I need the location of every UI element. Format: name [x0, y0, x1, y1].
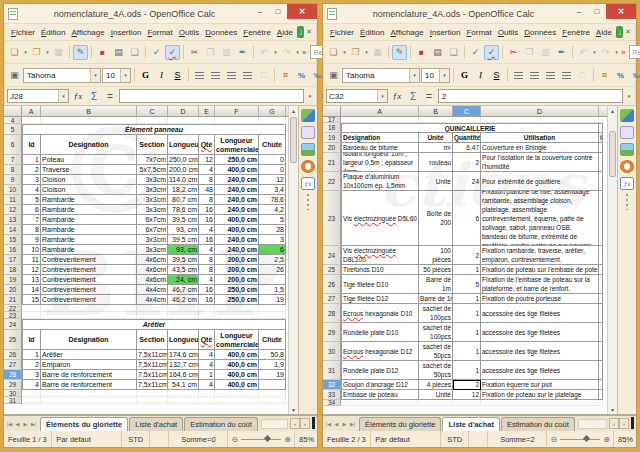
cell[interactable]: 250,0 cm: [215, 155, 259, 165]
functions-icon[interactable]: [301, 177, 315, 190]
cell[interactable]: sachet de 50pcs: [419, 342, 453, 361]
cell[interactable]: [599, 143, 603, 153]
zoom-in-icon[interactable]: ⊕: [284, 435, 291, 444]
cell[interactable]: 1: [453, 265, 481, 275]
cell[interactable]: 7,5x11cm: [137, 370, 168, 380]
cell[interactable]: [22, 390, 41, 397]
cell[interactable]: 9: [22, 235, 41, 245]
minimize-button[interactable]: [570, 4, 588, 19]
cell[interactable]: Rambarde: [41, 215, 137, 225]
menu-item[interactable]: Fenêtre: [559, 27, 593, 38]
cell[interactable]: 8: [199, 255, 215, 265]
cell[interactable]: 2: [453, 246, 481, 265]
zoom-slider[interactable]: [560, 439, 600, 440]
properties-icon[interactable]: [620, 109, 634, 122]
close-button[interactable]: [606, 4, 636, 19]
cell[interactable]: 200,0 cm: [215, 255, 259, 265]
cell[interactable]: Longueur: [168, 330, 199, 350]
currency-format-icon[interactable]: [278, 68, 293, 83]
cell[interactable]: 7,5x11cm: [137, 350, 168, 360]
cell[interactable]: Couverture en Shingle: [481, 143, 599, 153]
cell[interactable]: 4,2: [259, 205, 286, 215]
cell[interactable]: 100 pièces: [419, 246, 453, 265]
row-header-27[interactable]: 27: [4, 360, 22, 370]
underline-icon[interactable]: [170, 68, 185, 83]
menu-item[interactable]: Fenêtre: [240, 27, 274, 38]
scroll-up-icon[interactable]: ▲: [608, 106, 617, 115]
section-title[interactable]: Arêtier: [22, 319, 286, 330]
cell[interactable]: Ecrous hexagonale D12: [341, 342, 419, 361]
cell[interactable]: [599, 172, 603, 191]
row-header-34[interactable]: 34: [323, 400, 341, 406]
cell[interactable]: 400,0 cm: [215, 360, 259, 370]
cell[interactable]: 13: [22, 275, 41, 285]
scroll-left-icon[interactable]: ‹: [609, 418, 619, 429]
menu-item[interactable]: Données: [521, 27, 559, 38]
row-header-27[interactable]: 27: [323, 294, 341, 304]
cell[interactable]: 4: [199, 360, 215, 370]
cell[interactable]: 4: [22, 185, 41, 195]
cell[interactable]: 39,5 cm: [168, 255, 199, 265]
sidebar-splitter[interactable]: [307, 194, 309, 210]
chevron-down-icon[interactable]: ▾: [409, 69, 419, 82]
menu-item[interactable]: Aide: [274, 27, 296, 38]
cell[interactable]: 78,6: [259, 195, 286, 205]
scrollbar-thumb[interactable]: [290, 117, 297, 163]
cell[interactable]: Quantité: [453, 133, 481, 143]
search-input[interactable]: Rechercher▾: [629, 45, 640, 59]
cell[interactable]: Unité: [419, 172, 453, 191]
function-wizard-icon[interactable]: [390, 89, 404, 103]
cell[interactable]: accessoire des tige filetées: [481, 323, 599, 342]
cell[interactable]: [259, 390, 286, 397]
cell[interactable]: [599, 123, 603, 133]
cell[interactable]: 6: [22, 205, 41, 215]
cell[interactable]: 28: [259, 225, 286, 235]
cell[interactable]: 93, cm: [168, 225, 199, 235]
styles-icon[interactable]: [301, 126, 315, 139]
print-preview-icon[interactable]: [127, 45, 142, 60]
formula-input[interactable]: [119, 89, 304, 103]
cell[interactable]: Tige filetée D12: [341, 294, 419, 304]
cell[interactable]: Pour l'isolation de la couverture contre…: [481, 153, 599, 172]
cell[interactable]: 8: [199, 175, 215, 185]
minimize-button[interactable]: [251, 4, 269, 19]
cell[interactable]: 400,0 cm: [215, 215, 259, 225]
cell[interactable]: Cloison: [41, 175, 137, 185]
cell[interactable]: 174,6 cm: [168, 350, 199, 360]
last-sheet-icon[interactable]: ▶|: [30, 421, 37, 427]
cell[interactable]: [22, 397, 41, 404]
cell[interactable]: 4: [199, 225, 215, 235]
cell[interactable]: [259, 117, 286, 124]
cell[interactable]: 4: [199, 380, 215, 390]
cell[interactable]: 16: [199, 235, 215, 245]
column-header-A[interactable]: A: [341, 106, 419, 116]
titlebar[interactable]: nomenclature_4A.ods - OpenOffice Calc: [4, 4, 317, 24]
row-header-26[interactable]: 26: [4, 350, 22, 360]
toolbar-overflow-icon[interactable]: »: [620, 48, 626, 57]
row-header-28[interactable]: 28: [323, 304, 341, 323]
undo-icon[interactable]: [257, 45, 272, 60]
cell[interactable]: Fixation rambarde, traverse, arêtier, em…: [481, 246, 599, 265]
titlebar[interactable]: nomenclature_4A.ods - OpenOffice Calc: [323, 4, 636, 24]
cell[interactable]: 3: [259, 235, 286, 245]
row-header-19[interactable]: 19: [323, 133, 341, 143]
cell[interactable]: 1: [199, 370, 215, 380]
open-folder-icon[interactable]: [29, 45, 44, 60]
row-header-28[interactable]: 28: [4, 370, 22, 380]
cell[interactable]: Rambarde: [41, 245, 137, 255]
cell[interactable]: Contreventement: [41, 275, 137, 285]
cell[interactable]: Rondelle plate D12: [341, 361, 419, 380]
cell[interactable]: Longueur: [168, 135, 199, 155]
column-header-D[interactable]: D: [168, 106, 199, 116]
cell[interactable]: 4: [199, 350, 215, 360]
cell[interactable]: 50,8: [259, 350, 286, 360]
menu-item[interactable]: Données: [202, 27, 240, 38]
previous-sheet-icon[interactable]: ◀: [333, 421, 340, 427]
cell[interactable]: Traverse: [41, 165, 137, 175]
row-header-32[interactable]: 32: [323, 380, 341, 390]
new-document-icon[interactable]: [326, 45, 341, 60]
row-header-18[interactable]: 18: [4, 265, 22, 275]
cell[interactable]: 400,0 cm: [215, 165, 259, 175]
menu-item[interactable]: Format: [144, 27, 175, 38]
italic-icon[interactable]: [473, 68, 488, 83]
